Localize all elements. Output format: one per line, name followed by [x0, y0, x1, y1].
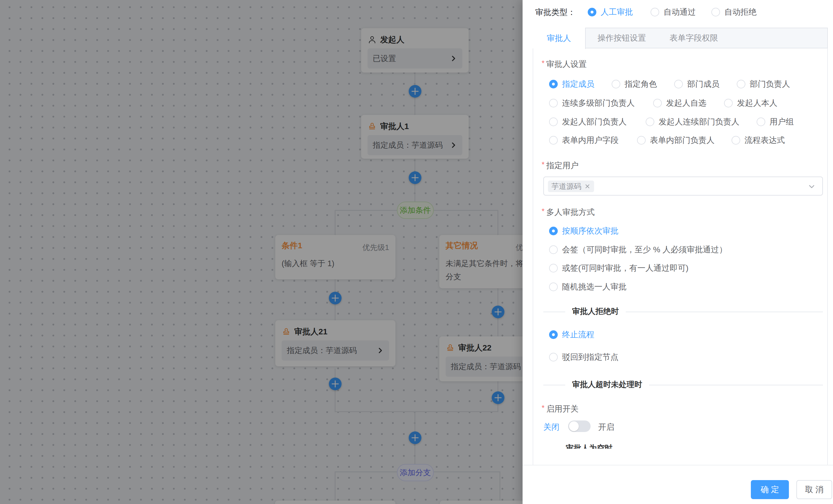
- chevron-right-icon: [450, 142, 457, 149]
- radio-countersign[interactable]: 会签（可同时审批，至少 % 人必须审批通过）: [549, 245, 727, 254]
- node-config-row[interactable]: 指定成员：芋道源码: [367, 135, 462, 155]
- add-node-button[interactable]: [329, 378, 341, 390]
- radio-initiator-multi-dept-leader[interactable]: 发起人连续部门负责人: [646, 117, 739, 126]
- node-config-row[interactable]: 指定成员：芋道源码: [446, 356, 523, 377]
- required-asterisk: *: [542, 160, 545, 169]
- radio-return-to-node[interactable]: 驳回到指定节点: [549, 353, 619, 362]
- node-summary-text: 指定成员：芋道源码: [373, 140, 443, 150]
- radio-label: 连续多级部门负责人: [562, 98, 635, 108]
- connector-line: [498, 210, 498, 235]
- switch-on-label: 开启: [598, 422, 614, 433]
- radio-dot-icon: [674, 80, 683, 89]
- priority-label: 优先级1: [363, 243, 389, 253]
- cancel-button[interactable]: 取 消: [796, 480, 832, 499]
- radio-label: 按顺序依次审批: [562, 226, 619, 236]
- node-approver1[interactable]: 审批人1 指定成员：芋道源码: [361, 115, 469, 159]
- radio-label: 表单内部门负责人: [650, 135, 715, 146]
- approver-setting-label: * 审批人设置: [542, 59, 587, 70]
- radio-user-group[interactable]: 用户组: [757, 117, 794, 126]
- node-start[interactable]: 发起人 已设置: [361, 28, 469, 73]
- switch-knob: [569, 421, 579, 431]
- node-title: 审批人21: [294, 326, 328, 337]
- radio-assign-member[interactable]: 指定成员: [549, 79, 594, 89]
- radio-or-sign[interactable]: 或签(可同时审批，有一人通过即可): [549, 263, 689, 273]
- node-title: 发起人: [380, 34, 404, 45]
- close-icon[interactable]: [584, 183, 591, 190]
- radio-form-dept-leader[interactable]: 表单内部门负责人: [637, 136, 715, 145]
- tab-pane-border: [533, 48, 533, 465]
- radio-label: 自动通过: [664, 7, 696, 18]
- radio-label: 发起人本人: [737, 98, 777, 108]
- node-approver21[interactable]: 审批人21 指定成员：芋道源码: [275, 320, 396, 366]
- priority-label: 优先级2: [516, 243, 523, 253]
- node-approver22[interactable]: 审批人22 指定成员：芋道源码: [439, 336, 523, 381]
- chevron-down-icon: [807, 182, 816, 191]
- radio-dot-icon: [549, 118, 558, 126]
- add-node-button[interactable]: [492, 392, 504, 404]
- node-condition-else[interactable]: 其它情况 优先级2 未满足其它条件时，将进入此分支: [439, 235, 523, 288]
- flow-canvas[interactable]: 发起人 已设置 审批人1 指定成员：芋道源码 添加条件: [0, 0, 523, 504]
- add-condition-button[interactable]: 添加条件: [397, 202, 434, 219]
- add-node-button[interactable]: [409, 431, 421, 444]
- radio-dept-leader[interactable]: 部门负责人: [737, 79, 790, 89]
- condition-expression: (输入框 等于 1): [282, 257, 389, 270]
- required-asterisk: *: [542, 207, 545, 216]
- radio-dept-member[interactable]: 部门成员: [674, 79, 719, 89]
- radio-dot-icon: [637, 136, 646, 145]
- required-asterisk: *: [542, 403, 545, 412]
- branch-merge-line: [335, 411, 498, 412]
- selected-user-tag[interactable]: 芋道源码: [548, 181, 594, 192]
- radio-random-one[interactable]: 随机挑选一人审批: [549, 282, 627, 292]
- radio-process-expression[interactable]: 流程表达式: [732, 136, 785, 145]
- timeout-enable-switch[interactable]: [568, 421, 591, 432]
- user-select[interactable]: 芋道源码: [543, 177, 823, 196]
- radio-dot-icon: [588, 8, 596, 17]
- tab-form-field-permissions[interactable]: 表单字段权限: [658, 28, 730, 48]
- footer-divider: [523, 465, 833, 465]
- radio-initiator-self[interactable]: 发起人本人: [724, 99, 777, 108]
- radio-multi-level-dept-leader[interactable]: 连续多级部门负责人: [549, 99, 635, 108]
- radio-dot-icon: [650, 8, 659, 17]
- node-parallel1[interactable]: 并行1 无优先级: [275, 501, 396, 504]
- radio-label: 发起人连续部门负责人: [659, 116, 739, 127]
- radio-label: 驳回到指定节点: [562, 352, 619, 362]
- radio-manual-approve[interactable]: 人工审批: [588, 7, 633, 17]
- radio-dot-icon: [732, 136, 740, 145]
- radio-initiator-select[interactable]: 发起人自选: [653, 99, 707, 108]
- radio-auto-pass[interactable]: 自动通过: [650, 7, 696, 17]
- approver-settings-panel: 审批类型： 人工审批 自动通过 自动拒绝 审批人 操作按钮设置 表单字段权限 *…: [523, 0, 833, 504]
- node-config-row[interactable]: 已设置: [367, 48, 462, 69]
- radio-terminate-process[interactable]: 终止流程: [549, 330, 594, 339]
- confirm-button[interactable]: 确 定: [751, 480, 789, 499]
- chevron-right-icon: [376, 347, 384, 354]
- empty-section-title: 审批人为空时: [566, 444, 613, 449]
- node-summary-text: 指定成员：芋道源码: [287, 345, 357, 356]
- radio-auto-reject[interactable]: 自动拒绝: [711, 7, 757, 17]
- radio-dot-icon: [549, 245, 558, 254]
- tab-action-buttons[interactable]: 操作按钮设置: [586, 28, 658, 48]
- radio-dot-icon: [549, 330, 558, 339]
- node-parallel2[interactable]: 并行2 无优先级: [440, 501, 523, 504]
- tab-approver[interactable]: 审批人: [533, 28, 586, 49]
- radio-label: 发起人部门负责人: [562, 116, 627, 127]
- radio-label: 部门负责人: [750, 79, 790, 90]
- radio-assign-role[interactable]: 指定角色: [612, 79, 657, 89]
- add-node-button[interactable]: [329, 292, 341, 304]
- tab-pane-border: [827, 48, 828, 465]
- radio-sequential-approve[interactable]: 按顺序依次审批: [549, 226, 619, 235]
- add-branch-label: 添加分支: [400, 468, 431, 478]
- node-config-row[interactable]: 指定成员：芋道源码: [282, 341, 389, 360]
- add-node-button[interactable]: [409, 85, 421, 98]
- connector-line: [335, 472, 335, 501]
- settings-tabs: 审批人 操作按钮设置 表单字段权限: [533, 28, 828, 48]
- node-condition1[interactable]: 条件1 优先级1 (输入框 等于 1): [275, 235, 396, 279]
- radio-initiator-dept-leader[interactable]: 发起人部门负责人: [549, 117, 627, 126]
- radio-form-user-field[interactable]: 表单内用户字段: [549, 136, 619, 145]
- node-summary-text: 指定成员：芋道源码: [451, 361, 521, 372]
- radio-dot-icon: [549, 264, 558, 273]
- radio-label: 流程表达式: [744, 135, 785, 146]
- add-branch-button[interactable]: 添加分支: [397, 464, 434, 481]
- connector-line: [335, 210, 335, 235]
- add-node-button[interactable]: [492, 306, 504, 318]
- add-node-button[interactable]: [409, 171, 421, 184]
